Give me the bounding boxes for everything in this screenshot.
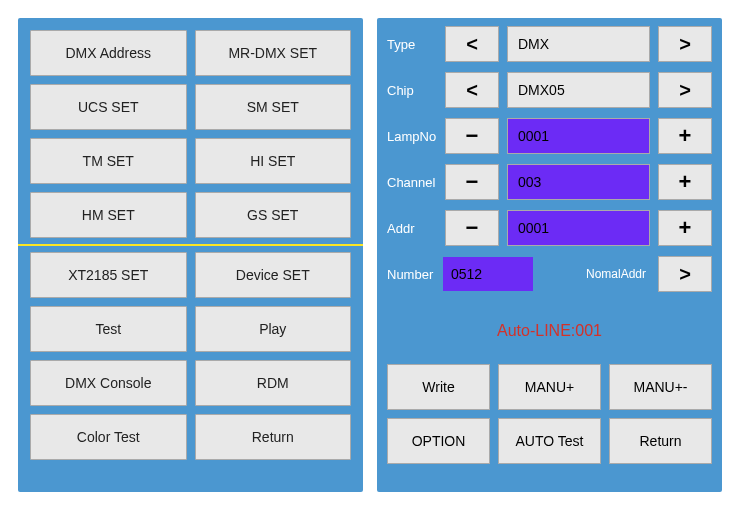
type-label: Type xyxy=(387,37,437,52)
xt2185-set-button[interactable]: XT2185 SET xyxy=(30,252,187,298)
nomal-addr-label: NomalAddr xyxy=(586,267,646,281)
type-next-button[interactable]: > xyxy=(658,26,712,62)
lampno-minus-button[interactable]: − xyxy=(445,118,499,154)
chip-value: DMX05 xyxy=(507,72,650,108)
manu-plus-minus-button[interactable]: MANU+- xyxy=(609,364,712,410)
play-button[interactable]: Play xyxy=(195,306,352,352)
gs-set-button[interactable]: GS SET xyxy=(195,192,352,238)
channel-label: Channel xyxy=(387,175,437,190)
hi-set-button[interactable]: HI SET xyxy=(195,138,352,184)
settings-return-button[interactable]: Return xyxy=(609,418,712,464)
menu-grid-top: DMX Address MR-DMX SET UCS SET SM SET TM… xyxy=(26,26,355,242)
addr-value[interactable]: 0001 xyxy=(507,210,650,246)
tm-set-button[interactable]: TM SET xyxy=(30,138,187,184)
status-text: Auto-LINE:001 xyxy=(387,322,712,340)
type-row: Type < DMX > xyxy=(387,26,712,62)
test-button[interactable]: Test xyxy=(30,306,187,352)
menu-panel: DMX Address MR-DMX SET UCS SET SM SET TM… xyxy=(18,18,363,492)
type-value: DMX xyxy=(507,26,650,62)
addr-row: Addr − 0001 + xyxy=(387,210,712,246)
number-value[interactable]: 0512 xyxy=(443,257,533,291)
addr-minus-button[interactable]: − xyxy=(445,210,499,246)
rdm-button[interactable]: RDM xyxy=(195,360,352,406)
sm-set-button[interactable]: SM SET xyxy=(195,84,352,130)
chip-row: Chip < DMX05 > xyxy=(387,72,712,108)
device-set-button[interactable]: Device SET xyxy=(195,252,352,298)
chip-prev-button[interactable]: < xyxy=(445,72,499,108)
manu-plus-button[interactable]: MANU+ xyxy=(498,364,601,410)
chip-label: Chip xyxy=(387,83,437,98)
lampno-plus-button[interactable]: + xyxy=(658,118,712,154)
dmx-address-button[interactable]: DMX Address xyxy=(30,30,187,76)
lampno-row: LampNo − 0001 + xyxy=(387,118,712,154)
mr-dmx-set-button[interactable]: MR-DMX SET xyxy=(195,30,352,76)
number-row: Number 0512 NomalAddr > xyxy=(387,256,712,292)
type-prev-button[interactable]: < xyxy=(445,26,499,62)
lampno-value[interactable]: 0001 xyxy=(507,118,650,154)
option-button[interactable]: OPTION xyxy=(387,418,490,464)
addr-plus-button[interactable]: + xyxy=(658,210,712,246)
addr-label: Addr xyxy=(387,221,437,236)
auto-test-button[interactable]: AUTO Test xyxy=(498,418,601,464)
channel-value[interactable]: 003 xyxy=(507,164,650,200)
write-button[interactable]: Write xyxy=(387,364,490,410)
channel-row: Channel − 003 + xyxy=(387,164,712,200)
chip-next-button[interactable]: > xyxy=(658,72,712,108)
return-button[interactable]: Return xyxy=(195,414,352,460)
hm-set-button[interactable]: HM SET xyxy=(30,192,187,238)
channel-plus-button[interactable]: + xyxy=(658,164,712,200)
settings-panel: Type < DMX > Chip < DMX05 > LampNo − 000… xyxy=(377,18,722,492)
action-grid: Write MANU+ MANU+- OPTION AUTO Test Retu… xyxy=(387,364,712,464)
ucs-set-button[interactable]: UCS SET xyxy=(30,84,187,130)
dmx-console-button[interactable]: DMX Console xyxy=(30,360,187,406)
color-test-button[interactable]: Color Test xyxy=(30,414,187,460)
menu-grid-bottom: XT2185 SET Device SET Test Play DMX Cons… xyxy=(26,248,355,464)
section-divider xyxy=(18,244,363,246)
channel-minus-button[interactable]: − xyxy=(445,164,499,200)
nomal-addr-next-button[interactable]: > xyxy=(658,256,712,292)
number-label: Number xyxy=(387,267,437,282)
lampno-label: LampNo xyxy=(387,129,437,144)
